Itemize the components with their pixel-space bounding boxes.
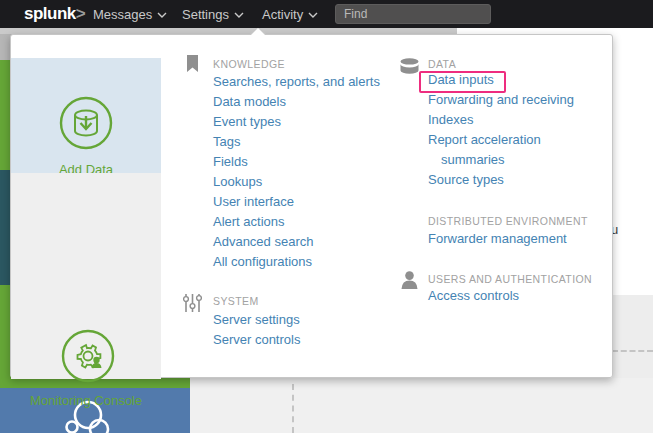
- menu-item-forwarding-and-receiving[interactable]: Forwarding and receiving: [428, 90, 574, 110]
- nav-activity-menu[interactable]: Activity: [262, 7, 318, 22]
- menu-item-data-models[interactable]: Data models: [213, 92, 380, 112]
- monitoring-console-icon: [61, 329, 115, 383]
- dropdown-notch-fill: [250, 28, 266, 36]
- menu-item-indexes[interactable]: Indexes: [428, 110, 574, 130]
- nav-messages-menu[interactable]: Messages: [93, 7, 167, 22]
- bookmark-icon: [186, 55, 199, 72]
- background-dashed-divider-vertical: [292, 384, 294, 433]
- nav-settings-menu[interactable]: Settings: [182, 7, 244, 22]
- menu-item-forwarder-management[interactable]: Forwarder management: [428, 229, 567, 249]
- user-icon: [401, 271, 418, 289]
- find-search-input[interactable]: [335, 4, 491, 24]
- menu-item-access-controls[interactable]: Access controls: [428, 286, 519, 306]
- add-data-icon: [59, 96, 113, 150]
- section-heading-data: DATA: [428, 58, 456, 70]
- chevron-down-icon: [234, 12, 244, 18]
- database-icon: [400, 58, 419, 74]
- chevron-down-icon: [308, 12, 318, 18]
- background-right-white: [612, 34, 653, 295]
- section-links-users-authentication: Access controls: [428, 286, 519, 306]
- splunk-logo[interactable]: splunk>: [24, 4, 85, 24]
- chevron-down-icon: [157, 12, 167, 18]
- background-dashed-divider-horizontal: [612, 350, 653, 352]
- logo-text: splunk: [24, 4, 76, 23]
- top-app-bar: splunk> Messages Settings Activity: [0, 0, 653, 28]
- section-links-knowledge: Searches, reports, and alerts Data model…: [213, 72, 380, 272]
- logo-caret: >: [76, 4, 85, 23]
- menu-item-all-configurations[interactable]: All configurations: [213, 252, 380, 272]
- section-links-data: Data inputs Forwarding and receiving Ind…: [428, 70, 574, 190]
- tile-monitoring-console[interactable]: Monitoring Console: [11, 173, 161, 379]
- section-heading-system: SYSTEM: [213, 295, 259, 307]
- nav-settings-label: Settings: [182, 7, 229, 22]
- tile-monitoring-console-label: Monitoring Console: [11, 393, 161, 408]
- section-heading-knowledge: KNOWLEDGE: [213, 58, 285, 70]
- sliders-icon: [183, 294, 202, 312]
- section-links-system: Server settings Server controls: [213, 310, 300, 350]
- section-heading-distributed-environment: DISTRIBUTED ENVIRONMENT: [428, 215, 588, 227]
- section-links-distributed-environment: Forwarder management: [428, 229, 567, 249]
- menu-item-source-types[interactable]: Source types: [428, 170, 574, 190]
- menu-item-alert-actions[interactable]: Alert actions: [213, 212, 380, 232]
- menu-item-advanced-search[interactable]: Advanced search: [213, 232, 380, 252]
- tile-add-data[interactable]: Add Data: [11, 58, 161, 173]
- nav-activity-label: Activity: [262, 7, 303, 22]
- menu-item-event-types[interactable]: Event types: [213, 112, 380, 132]
- menu-item-searches-reports-alerts[interactable]: Searches, reports, and alerts: [213, 72, 380, 92]
- nav-messages-label: Messages: [93, 7, 152, 22]
- menu-item-report-acceleration-summaries[interactable]: Report acceleration summaries: [428, 130, 548, 170]
- menu-item-server-controls[interactable]: Server controls: [213, 330, 300, 350]
- menu-item-lookups[interactable]: Lookups: [213, 172, 380, 192]
- menu-item-user-interface[interactable]: User interface: [213, 192, 380, 212]
- section-heading-users-authentication: USERS AND AUTHENTICATION: [428, 273, 592, 285]
- background-bottom-panel: [190, 378, 653, 433]
- menu-item-fields[interactable]: Fields: [213, 152, 380, 172]
- menu-item-data-inputs[interactable]: Data inputs: [428, 70, 574, 90]
- menu-item-tags[interactable]: Tags: [213, 132, 380, 152]
- menu-item-server-settings[interactable]: Server settings: [213, 310, 300, 330]
